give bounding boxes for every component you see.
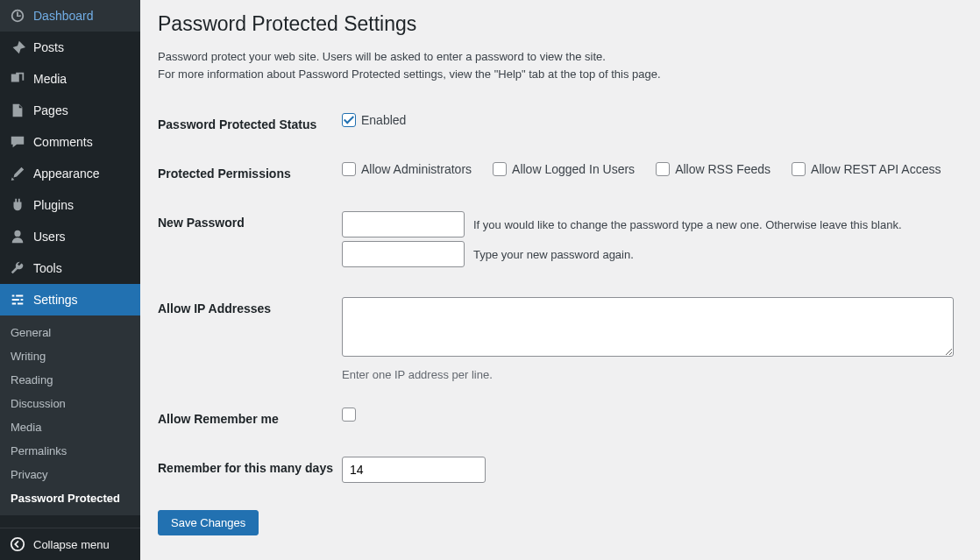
sliders-icon (9, 291, 26, 308)
collapse-icon (9, 535, 26, 553)
wrench-icon (9, 259, 26, 277)
collapse-label: Collapse menu (33, 538, 110, 551)
sidebar-item-label: Tools (33, 261, 62, 275)
sidebar-item-label: Pages (33, 103, 68, 117)
brush-icon (9, 165, 26, 182)
new-password-hint: If you would like to change the password… (473, 218, 902, 231)
submenu-privacy[interactable]: Privacy (0, 463, 140, 486)
sidebar-item-appearance[interactable]: Appearance (0, 158, 140, 189)
sidebar-item-label: Dashboard (33, 9, 94, 23)
page-icon (9, 102, 26, 119)
submenu-media[interactable]: Media (0, 415, 140, 439)
submenu-password-protected[interactable]: Password Protected (0, 486, 140, 510)
submenu-general[interactable]: General (0, 321, 140, 344)
remember-days-label: Remember for this many days (158, 443, 342, 496)
enabled-option[interactable]: Enabled (342, 113, 406, 127)
pin-icon (9, 39, 26, 56)
sidebar-item-label: Appearance (33, 167, 100, 181)
allow-ip-textarea[interactable] (342, 297, 954, 357)
sidebar-item-media[interactable]: Media (0, 63, 140, 95)
new-password-label: New Password (158, 198, 342, 284)
sidebar-item-pages[interactable]: Pages (0, 95, 140, 126)
page-title: Password Protected Settings (158, 9, 962, 36)
dashboard-icon (9, 7, 26, 25)
sidebar-item-plugins[interactable]: Plugins (0, 189, 140, 221)
settings-form: Password Protected Status Enabled Protec… (158, 100, 962, 496)
confirm-password-hint: Type your new password again. (473, 248, 634, 261)
permissions-label: Protected Permissions (158, 149, 342, 198)
plug-icon (9, 196, 26, 214)
allow-ip-label: Allow IP Addresses (158, 284, 342, 394)
sidebar-item-label: Media (33, 72, 67, 86)
allow-rss-checkbox[interactable] (656, 162, 670, 176)
sidebar-item-label: Comments (33, 135, 93, 149)
sidebar-item-posts[interactable]: Posts (0, 32, 140, 63)
main-content: Password Protected Settings Password pro… (140, 0, 980, 560)
admin-sidebar: Dashboard Posts Media Pages Comments App… (0, 0, 140, 560)
sidebar-item-comments[interactable]: Comments (0, 126, 140, 158)
confirm-password-input[interactable] (342, 241, 465, 267)
svg-point-0 (11, 538, 24, 550)
enabled-checkbox[interactable] (342, 113, 356, 127)
submenu-reading[interactable]: Reading (0, 368, 140, 392)
allow-administrators-option[interactable]: Allow Administrators (342, 162, 472, 176)
sidebar-item-label: Plugins (33, 198, 74, 212)
new-password-input[interactable] (342, 211, 465, 237)
remember-me-label: Allow Remember me (158, 394, 342, 443)
media-icon (9, 70, 26, 88)
allow-rest-api-checkbox[interactable] (792, 162, 806, 176)
comment-icon (9, 133, 26, 151)
submenu-discussion[interactable]: Discussion (0, 392, 140, 415)
allow-rest-api-option[interactable]: Allow REST API Access (792, 162, 941, 176)
remember-days-input[interactable] (342, 457, 486, 483)
save-changes-button[interactable]: Save Changes (158, 510, 259, 535)
allow-rss-option[interactable]: Allow RSS Feeds (656, 162, 771, 176)
sidebar-item-dashboard[interactable]: Dashboard (0, 0, 140, 32)
allow-logged-in-option[interactable]: Allow Logged In Users (493, 162, 635, 176)
page-description: Password protect your web site. Users wi… (158, 48, 962, 82)
remember-me-checkbox[interactable] (342, 408, 356, 422)
sidebar-item-tools[interactable]: Tools (0, 252, 140, 284)
allow-administrators-checkbox[interactable] (342, 162, 356, 176)
allow-logged-in-checkbox[interactable] (493, 162, 507, 176)
allow-ip-hint: Enter one IP address per line. (342, 368, 954, 381)
user-icon (9, 228, 26, 245)
sidebar-item-label: Users (33, 230, 66, 244)
status-label: Password Protected Status (158, 100, 342, 149)
sidebar-item-settings[interactable]: Settings (0, 284, 140, 315)
settings-submenu: General Writing Reading Discussion Media… (0, 315, 140, 515)
submenu-permalinks[interactable]: Permalinks (0, 439, 140, 463)
submenu-writing[interactable]: Writing (0, 344, 140, 368)
sidebar-item-users[interactable]: Users (0, 221, 140, 252)
sidebar-item-label: Posts (33, 40, 64, 54)
collapse-menu[interactable]: Collapse menu (0, 528, 140, 560)
sidebar-item-label: Settings (33, 293, 78, 307)
